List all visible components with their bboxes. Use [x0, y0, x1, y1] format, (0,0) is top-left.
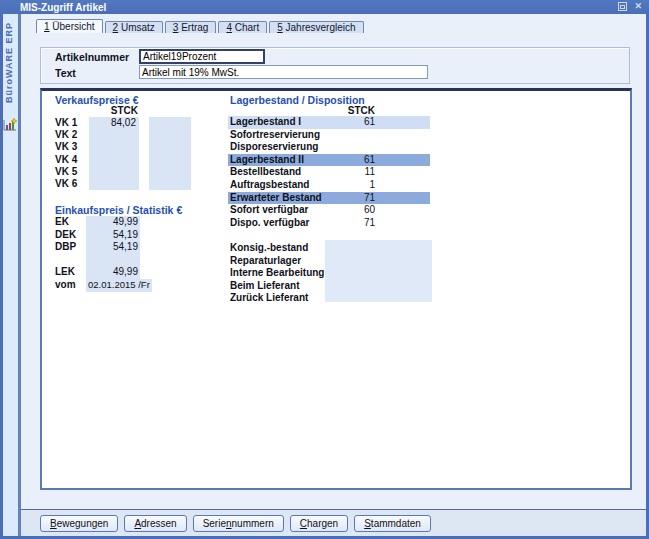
- tab-umsatz[interactable]: 2 Umsatz: [105, 21, 163, 33]
- lager-row-sofortreservierung: Sofortreservierung: [228, 129, 430, 142]
- titlebar: MIS-Zugriff Artikel ✕: [0, 0, 649, 14]
- tab-ertrag[interactable]: 3 Ertrag: [165, 21, 217, 33]
- sidebar: BüroWARE ERP: [3, 14, 18, 536]
- einkaufspreis-heading: Einkaufspreis / Statistik €: [55, 204, 182, 216]
- ek-row: [55, 254, 205, 267]
- tab-uebersicht[interactable]: 1 Übersicht: [36, 19, 103, 33]
- adressen-button[interactable]: Adressen: [124, 515, 186, 532]
- vk-row: VK 4: [55, 154, 191, 166]
- lager-row-lagerbestand-2: Lagerbestand II61: [228, 154, 430, 167]
- ek-row-vom: vom02.01.2015 /Fr: [55, 279, 205, 292]
- chargen-button[interactable]: Chargen: [290, 515, 348, 532]
- text-field[interactable]: [139, 65, 428, 79]
- lager-unit-header: STCK: [330, 105, 375, 116]
- artikelnummer-field[interactable]: [139, 49, 265, 64]
- chart-icon: [3, 117, 17, 131]
- lager-row-sofort-verfuegbar: Sofort verfügbar60: [228, 204, 430, 217]
- overview-panel: Verkaufspreise € STCK VK 184,02 VK 2 VK …: [40, 88, 632, 490]
- sidebar-divider: [18, 14, 21, 536]
- text-label: Text: [55, 67, 76, 79]
- ek-rows: EK49,99 DEK54,19 DBP54,19 LEK49,99 vom02…: [55, 216, 205, 292]
- ek-row: DEK54,19: [55, 229, 205, 242]
- window-title: MIS-Zugriff Artikel: [20, 2, 106, 13]
- verkauf-unit-header: STCK: [90, 105, 138, 116]
- lager-row-dispo-verfuegbar: Dispo. verfügbar71: [228, 217, 430, 230]
- row-beim-lieferant: Beim Lieferant: [230, 280, 370, 293]
- row-konsig-bestand: Konsig.-bestand: [230, 242, 370, 255]
- lager-row-auftragsbestand: Auftragsbestand1: [228, 179, 430, 192]
- vk-row: VK 2: [55, 129, 191, 141]
- tab-chart[interactable]: 4 Chart: [218, 21, 267, 33]
- vk-row: VK 5: [55, 166, 191, 178]
- vk-row: VK 6: [55, 178, 191, 190]
- lager-rows: Lagerbestand I61 Sofortreservierung Disp…: [228, 116, 430, 229]
- tab-bar: 1 Übersicht 2 Umsatz 3 Ertrag 4 Chart 5 …: [36, 19, 366, 33]
- footer-buttons: Bewegungen Adressen Seriennummern Charge…: [40, 515, 431, 532]
- bewegungen-button[interactable]: Bewegungen: [40, 515, 118, 532]
- ek-row: DBP54,19: [55, 241, 205, 254]
- lager-row-disporeservierung: Disporeservierung: [228, 141, 430, 154]
- lager-row-bestellbestand: Bestellbestand11: [228, 166, 430, 179]
- vk-row: VK 184,02: [55, 117, 191, 129]
- tab-jahresvergleich[interactable]: 5 Jahresvergleich: [269, 21, 363, 33]
- seriennummern-button[interactable]: Seriennummern: [193, 515, 284, 532]
- artikelnummer-label: Artikelnummer: [55, 51, 129, 63]
- row-reparaturlager: Reparaturlager: [230, 255, 370, 268]
- lek-date-value: 02.01.2015 /Fr: [86, 279, 152, 292]
- close-icon[interactable]: ✕: [634, 2, 642, 11]
- mis-zugriff-artikel-window: MIS-Zugriff Artikel ✕ BüroWARE ERP 1 Übe…: [0, 0, 649, 539]
- ek-row: LEK49,99: [55, 266, 205, 279]
- vk-row: VK 3: [55, 141, 191, 153]
- ek-row: EK49,99: [55, 216, 205, 229]
- lager-row-erwarteter-bestand: Erwarteter Bestand71: [228, 192, 430, 205]
- brand-vertical-label: BüroWARE ERP: [4, 22, 14, 103]
- stammdaten-button[interactable]: Stammdaten: [354, 515, 431, 532]
- lager-row-lagerbestand-1: Lagerbestand I61: [228, 116, 430, 129]
- extra-stock-rows: Konsig.-bestand Reparaturlager Interne B…: [230, 242, 370, 305]
- row-interne-bearbeitung: Interne Bearbeitung: [230, 267, 370, 280]
- restore-window-icon[interactable]: [618, 2, 627, 11]
- vk-rows: VK 184,02 VK 2 VK 3 VK 4 VK 5 VK 6: [55, 117, 191, 190]
- row-zurueck-lieferant: Zurück Lieferant: [230, 292, 370, 305]
